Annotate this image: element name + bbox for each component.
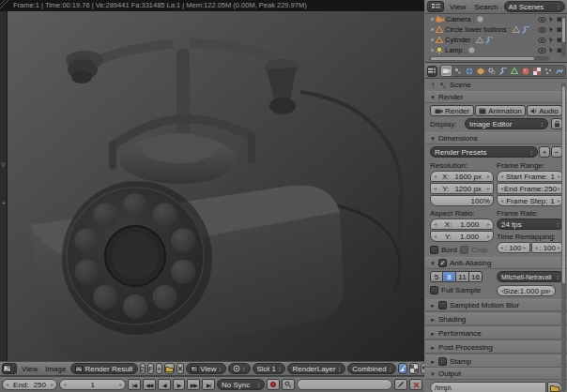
image-editor-image-menu[interactable]: Image [42,365,69,373]
aa-samples-16-button[interactable]: 16 [469,271,483,282]
insert-keyframe-button[interactable] [394,379,407,390]
output-panel-header[interactable]: ▼ Output [425,368,567,380]
end-frame-field-props[interactable]: ◂End Frame:250▸ [497,183,564,194]
slot-selector[interactable]: Slot 1 ↕ [253,363,286,374]
resolution-percent-field[interactable]: 100% [430,195,494,206]
expand-dot-icon[interactable] [431,38,434,41]
keying-set-field[interactable] [297,379,392,390]
resolution-y-field[interactable]: ◂Y:1200 px▸ [430,183,494,194]
frame-step-field[interactable]: ◂Frame Step:1▸ [497,195,564,206]
panel-expand-icon[interactable]: ▼ [430,261,436,266]
visibility-eye-icon[interactable] [538,17,546,23]
end-left-arrow-icon[interactable]: ◂ [6,380,8,390]
render-presets-selector[interactable]: Render Presets ↕ [430,146,538,158]
post-processing-panel-header[interactable]: ► Post Processing [425,341,567,354]
sampled-motion-blur-panel-header[interactable]: ► ✓ Sampled Motion Blur [425,299,567,311]
tab-data[interactable] [509,66,519,76]
object-label[interactable]: Camera [446,15,471,23]
area-corner-grip[interactable] [0,0,11,11]
aspect-x-field[interactable]: ◂X:1.000▸ [430,219,494,230]
tab-scene[interactable] [452,66,463,76]
render-result-viewport[interactable]: V + [0,11,424,361]
panel-expand-icon[interactable]: ▼ [430,95,436,100]
tab-material[interactable] [520,66,530,76]
outliner-editor-type-button[interactable] [427,1,444,12]
delete-keyframe-button[interactable] [409,379,422,390]
collapsed-region-strip[interactable]: V + [0,11,8,361]
outliner-row-lamp[interactable]: Lamp | [425,45,567,55]
output-path-field[interactable]: /tmp\ [430,382,546,392]
draw-channel-color-button[interactable] [398,363,407,374]
selectability-arrow-icon[interactable] [548,47,555,53]
draw-channel-z-button[interactable] [421,363,424,374]
properties-editor-type-button[interactable] [427,66,437,77]
time-remap-new-field[interactable]: ◂:100▸ [531,242,565,253]
panel-expand-icon[interactable]: ► [430,303,436,309]
frame-rate-selector[interactable]: 24 fps ↕ [497,219,564,230]
tab-object[interactable] [475,66,485,76]
pin-icon[interactable] [430,82,437,89]
properties-vertical-scrollbar[interactable] [561,83,566,392]
render-panel-header[interactable]: ▼ Render [425,91,567,103]
jump-to-end-button[interactable]: ▶| [202,379,215,390]
image-editor-view-menu[interactable]: View [19,365,40,373]
shading-panel-header[interactable]: ► Shading [425,313,567,325]
render-animation-button[interactable]: Animation [475,105,526,116]
pivot-selector[interactable]: ↕ [228,363,251,374]
tab-particles[interactable] [543,66,553,76]
expand-dot-icon[interactable] [431,18,434,21]
outliner-vertical-scrollbar[interactable] [561,16,566,57]
panel-expand-icon[interactable]: ▼ [430,136,436,142]
stamp-checkbox[interactable]: ✓ [438,357,447,366]
keying-set-icon-button[interactable] [282,379,295,390]
aa-filter-selector[interactable]: Mitchell-Netravali ↕ [497,271,564,282]
panel-expand-icon[interactable]: ▼ [430,371,436,377]
outliner-horizontal-scrollbar[interactable] [429,56,549,61]
fake-user-button[interactable]: F [147,363,154,374]
dimensions-panel-header[interactable]: ▼ Dimensions [425,132,567,144]
outliner-row-circle-lower-bottons[interactable]: Circle lower bottons | [425,24,567,35]
aa-size-field[interactable]: ◂Size:1.000 px▸ [497,285,556,296]
outliner-row-camera[interactable]: Camera | [425,14,567,24]
anti-aliasing-panel-header[interactable]: ▼ ✓ Anti-Aliasing [425,257,567,269]
prev-keyframe-button[interactable]: ◀◀ [143,379,156,390]
expand-dot-icon[interactable] [431,28,434,31]
image-users-count-button[interactable]: 2 [140,363,146,374]
expand-dot-icon[interactable] [431,49,434,52]
time-remap-old-field[interactable]: ◂:100▸ [497,242,530,253]
draw-channel-alpha-button[interactable] [409,363,419,374]
performance-panel-header[interactable]: ► Performance [425,327,567,339]
panel-expand-icon[interactable]: ► [430,359,436,365]
aa-samples-11-button[interactable]: 11 [456,271,469,282]
outliner-display-filter[interactable]: All Scenes ↕ [504,1,565,12]
visibility-eye-icon[interactable] [538,38,546,43]
panel-expand-icon[interactable]: ► [430,317,436,323]
visibility-eye-icon[interactable] [538,27,546,33]
editor-mode-selector[interactable]: View ↕ [186,363,226,374]
next-keyframe-button[interactable]: ▶▶ [187,379,200,390]
auto-keyframe-button[interactable] [267,379,280,390]
outliner-search-menu[interactable]: Search [471,3,500,11]
render-audio-button[interactable]: Audio [527,105,562,116]
start-frame-field[interactable]: ◂Start Frame:1▸ [497,171,564,182]
open-image-button[interactable] [164,363,175,374]
browse-output-button[interactable] [547,382,562,392]
end-frame-field[interactable]: ◂ End: 250 ▸ [2,379,57,390]
outliner-row-cylinder[interactable]: Cylinder | [425,35,567,45]
resolution-x-field[interactable]: ◂X:1600 px▸ [430,171,494,182]
border-checkbox[interactable]: ✓ [430,246,438,254]
add-preset-button[interactable]: + [539,146,550,158]
frame-left-arrow-icon[interactable]: ◂ [63,380,66,390]
aspect-y-field[interactable]: ◂Y:1.000▸ [430,231,494,242]
tab-constraints[interactable] [486,66,497,76]
expand-region-icon[interactable]: + [0,199,8,207]
new-image-button[interactable]: + [156,363,162,374]
object-label[interactable]: Cylinder [445,36,471,44]
tab-world[interactable] [464,66,474,76]
anti-aliasing-checkbox[interactable]: ✓ [438,259,447,267]
unlink-image-button[interactable]: ✕ [176,363,185,374]
full-sample-checkbox[interactable]: ✓ [430,286,438,294]
visibility-eye-icon[interactable] [538,48,546,53]
aa-samples-5-button[interactable]: 5 [430,271,443,282]
aa-samples-8-button[interactable]: 8 [443,271,456,282]
